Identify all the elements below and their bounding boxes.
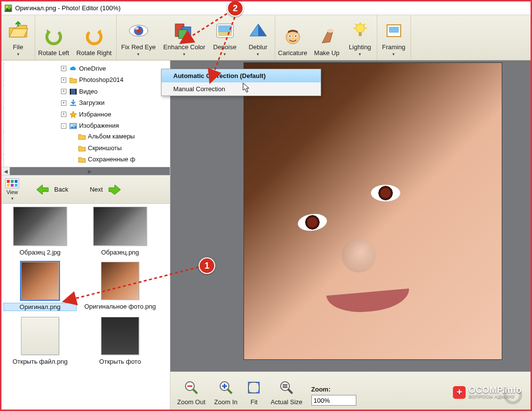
make-up-button[interactable]: Make Up <box>310 15 344 60</box>
caricature-icon <box>282 27 304 46</box>
svg-rect-23 <box>70 89 71 95</box>
svg-line-34 <box>227 389 232 393</box>
tree-item[interactable]: +Избранное <box>1 108 168 120</box>
tree-expand-toggle[interactable]: - <box>61 123 66 129</box>
tree-expand-toggle[interactable]: + <box>61 89 66 94</box>
rotate-left-button[interactable]: Rotate Left <box>35 15 72 60</box>
lighting-button[interactable]: Lighting ▾ <box>344 15 377 60</box>
thumbnail-item[interactable]: Образец 2.jpg <box>3 207 77 256</box>
zoom-label: Zoom: <box>311 386 356 393</box>
zoom-fit-button[interactable]: Fit <box>246 380 262 406</box>
framing-button[interactable]: Framing ▾ <box>377 15 410 60</box>
tree-expand-toggle[interactable]: + <box>61 78 66 83</box>
tree-expand-toggle[interactable]: + <box>61 112 66 117</box>
caricature-button[interactable]: Caricature <box>275 15 310 60</box>
svg-point-16 <box>295 36 296 37</box>
zoom-out-button[interactable]: Zoom Out <box>177 380 205 406</box>
enhance-color-button[interactable]: Enhance Color ▾ <box>161 15 208 60</box>
enhance-color-icon <box>174 21 195 40</box>
svg-rect-19 <box>359 32 362 36</box>
tree-h-scrollbar[interactable]: ◀ ▶ <box>1 167 170 175</box>
svg-point-15 <box>289 36 290 37</box>
dropdown-item[interactable]: Automatic Correction (Default) <box>162 69 321 82</box>
red-eye-icon <box>128 21 149 40</box>
deblur-icon <box>247 21 269 40</box>
thumbnail-item[interactable]: Открыть фото <box>83 317 157 365</box>
svg-line-31 <box>193 389 197 393</box>
scroll-right-arrow[interactable]: ▶ <box>10 167 170 176</box>
actual-size-icon <box>279 380 294 395</box>
thumbnail-item[interactable]: Образец.png <box>83 207 157 256</box>
folder-icon <box>78 156 86 163</box>
tree-item[interactable]: Скриншоты <box>1 143 168 155</box>
toolbar: File ▾ Rotate Left Rotate Right <box>1 15 531 60</box>
thumbnail-caption: Образец 2.jpg <box>3 249 77 256</box>
svg-rect-22 <box>70 89 77 95</box>
denoise-button[interactable]: Denoise ▾ <box>208 15 242 60</box>
titlebar: Оригинал.png - Photo! Editor (100%) <box>1 1 531 15</box>
tree-item[interactable]: Альбом камеры <box>1 131 168 143</box>
thumbnail-image <box>21 262 59 300</box>
zoom-in-button[interactable]: Zoom In <box>214 380 238 406</box>
make-up-icon <box>316 27 338 46</box>
left-panel: +OneDrive+Photoshop2014+Видео+Загрузки+И… <box>1 60 170 410</box>
image-canvas[interactable] <box>244 62 502 360</box>
svg-point-18 <box>356 24 365 33</box>
file-button[interactable]: File ▾ <box>1 15 35 60</box>
fix-red-eye-button[interactable]: Fix Red Eye ▾ <box>117 15 161 60</box>
next-label: Next <box>90 186 103 193</box>
nav-strip: View ▾ Back Next <box>1 176 170 204</box>
thumbnail-caption: Открыть файл.png <box>3 358 77 365</box>
back-label: Back <box>54 186 68 193</box>
thumbnail-image <box>13 207 67 246</box>
file-open-icon <box>7 21 29 40</box>
thumbnail-item[interactable]: Открыть файл.png <box>3 317 77 365</box>
rotate-right-icon <box>83 27 105 46</box>
folder-icon <box>69 76 77 84</box>
tree-item[interactable]: Сохраненные ф <box>1 154 168 166</box>
chevron-down-icon: ▾ <box>359 52 361 57</box>
dropdown-item[interactable]: Manual Correction <box>162 82 321 96</box>
chevron-down-icon: ▾ <box>224 52 226 57</box>
folder-icon <box>78 144 86 152</box>
tree-item[interactable]: -Изображения <box>1 120 168 132</box>
thumbnail-image <box>93 207 147 246</box>
rotate-right-button[interactable]: Rotate Right <box>72 15 116 60</box>
star-icon <box>69 111 77 118</box>
tree-expand-toggle[interactable]: + <box>61 66 66 71</box>
thumbnail-item[interactable]: Оригинал.png <box>3 262 77 311</box>
thumbnail-caption: Оригинальное фото.png <box>83 303 157 310</box>
deblur-button[interactable]: Deblur ▾ <box>242 15 275 60</box>
tree-expand-toggle[interactable]: + <box>61 100 66 106</box>
thumbnail-item[interactable]: Оригинальное фото.png <box>83 262 157 311</box>
watermark: + OCOMP.info ВОПРОСЫ АДМИНУ <box>453 386 522 399</box>
fix-red-eye-dropdown[interactable]: Automatic Correction (Default)Manual Cor… <box>161 69 321 96</box>
next-button[interactable] <box>108 184 122 196</box>
tree-item[interactable]: +Видео <box>1 85 168 97</box>
video-icon <box>69 88 77 96</box>
framing-icon <box>383 21 405 40</box>
folder-tree[interactable]: +OneDrive+Photoshop2014+Видео+Загрузки+И… <box>1 60 170 176</box>
chevron-down-icon: ▾ <box>137 52 140 57</box>
fit-icon <box>246 380 262 395</box>
tree-item[interactable]: +OneDrive <box>1 62 168 74</box>
chevron-down-icon: ▾ <box>183 52 185 57</box>
tree-item[interactable]: +Загрузки <box>1 97 168 109</box>
denoise-icon <box>214 21 236 40</box>
zoom-out-icon <box>184 380 199 395</box>
zoom-input[interactable] <box>311 395 356 406</box>
thumbnail-image <box>101 262 139 300</box>
tree-item[interactable]: +Photoshop2014 <box>1 74 168 86</box>
scroll-left-arrow[interactable]: ◀ <box>1 167 10 176</box>
svg-rect-21 <box>389 27 399 33</box>
chevron-down-icon: ▾ <box>392 52 395 57</box>
thumbnail-panel[interactable]: Образец 2.jpgОбразец.pngОригинал.pngОриг… <box>1 204 170 410</box>
back-button[interactable] <box>36 184 49 196</box>
thumbnail-caption: Открыть фото <box>83 358 157 365</box>
view-mode-button[interactable]: View ▾ <box>5 178 19 201</box>
download-icon <box>69 99 77 107</box>
watermark-icon: + <box>453 386 466 399</box>
zoom-actual-button[interactable]: Actual Size <box>270 380 302 406</box>
svg-line-39 <box>288 389 292 393</box>
thumbnail-grid-icon <box>5 178 19 188</box>
